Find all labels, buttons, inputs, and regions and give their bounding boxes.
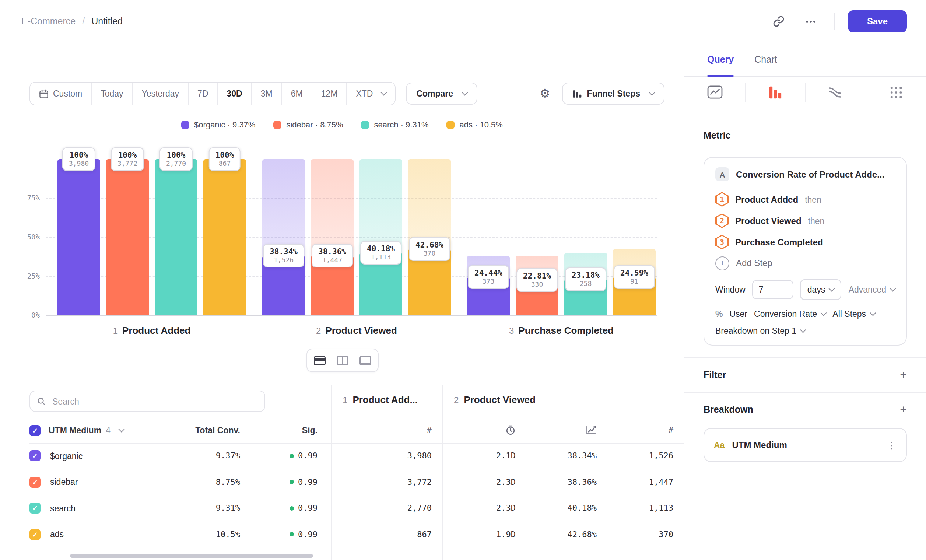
horizontal-scrollbar[interactable] <box>70 554 313 558</box>
measure-scope-dropdown[interactable]: All Steps <box>832 309 875 318</box>
y-axis-tick: 75% <box>0 194 40 202</box>
filter-heading: Filter <box>704 370 726 380</box>
step-number-badge: 2 <box>715 213 729 228</box>
save-button[interactable]: Save <box>848 10 907 32</box>
date-range-xtd[interactable]: XTD <box>346 83 395 104</box>
step1-count: 867 <box>331 530 432 539</box>
row-checkbox[interactable]: ✓ <box>29 451 41 462</box>
date-range-custom[interactable]: Custom <box>30 83 91 104</box>
metrics-grid-tab[interactable] <box>865 77 926 107</box>
table-row-sidebar[interactable]: ✓sidebar8.75%0.993,7722.3D38.36%1,447 <box>29 469 673 495</box>
step-connector: then <box>808 216 825 225</box>
legend-label: ads · 10.5% <box>460 120 503 129</box>
step-event-name[interactable]: Product Viewed <box>735 215 802 226</box>
step1-count: 2,770 <box>331 504 432 513</box>
gridline <box>46 315 657 316</box>
add-breakdown-button[interactable]: + <box>900 404 907 416</box>
date-range-yesterday[interactable]: Yesterday <box>132 83 188 104</box>
report-canvas: CustomTodayYesterday7D30D3M6M12MXTD Comp… <box>0 44 684 560</box>
date-range-7d[interactable]: 7D <box>188 83 217 104</box>
add-step-button[interactable]: + Add Step <box>715 253 895 273</box>
breakdown-section: Breakdown + <box>704 393 907 427</box>
breakdown-item-utm-medium[interactable]: AaUTM Medium⋮ <box>704 428 907 462</box>
table-row-ads[interactable]: ✓ads10.5%0.998671.9D42.68%370 <box>29 521 673 548</box>
layout-split-vertical-icon[interactable] <box>332 351 353 370</box>
legend-item-search[interactable]: search · 9.31% <box>361 120 429 129</box>
table-body: ✓$organic9.37%0.993,9802.1D38.34%1,526✓s… <box>29 443 673 548</box>
layout-bottom-panel-icon[interactable] <box>355 351 376 370</box>
step-event-name[interactable]: Product Added <box>735 194 798 204</box>
date-range-30d[interactable]: 30D <box>217 83 251 104</box>
step2-pct: 38.36% <box>516 477 597 487</box>
table-row-search[interactable]: ✓search9.31%0.992,7702.3D40.18%1,113 <box>29 495 673 521</box>
legend-item-ads[interactable]: ads · 10.5% <box>446 120 503 129</box>
breadcrumb-report-name[interactable]: Untitled <box>91 16 123 27</box>
breadcrumb-project[interactable]: E-Commerce <box>21 16 76 27</box>
add-filter-button[interactable]: + <box>900 369 907 381</box>
table-step1-header: 1Product Add... <box>343 394 418 405</box>
total-conv-header[interactable]: Total Conv. <box>159 426 240 435</box>
table-row-organic[interactable]: ✓$organic9.37%0.993,9802.1D38.34%1,526 <box>29 443 673 469</box>
row-checkbox[interactable]: ✓ <box>29 503 41 514</box>
metric-step-3[interactable]: 3Purchase Completed <box>715 232 895 253</box>
step-connector: then <box>805 195 822 204</box>
funnel-chart-tab[interactable] <box>745 77 805 107</box>
tab-query[interactable]: Query <box>707 44 734 76</box>
sig-header[interactable]: Sig. <box>240 426 318 435</box>
measure-metric-dropdown[interactable]: Conversion Rate <box>754 309 826 318</box>
share-link-icon[interactable] <box>769 12 788 31</box>
date-range-12m[interactable]: 12M <box>312 83 346 104</box>
chart-type-button[interactable]: Funnel Steps <box>562 83 664 104</box>
window-value-input[interactable] <box>752 280 793 299</box>
table-step2-header: 2Product Viewed <box>454 394 536 405</box>
metric-step-1[interactable]: 1Product Addedthen <box>715 189 895 210</box>
metric-title[interactable]: Conversion Rate of Product Adde... <box>736 169 884 179</box>
search-icon <box>37 397 46 406</box>
step2-pct: 38.34% <box>516 451 597 461</box>
breakdown-column-header[interactable]: UTM Medium <box>48 426 101 435</box>
metric-step-2[interactable]: 2Product Viewedthen <box>715 210 895 232</box>
settings-gear-icon[interactable]: ⚙ <box>540 88 550 100</box>
layout-split-horizontal-icon[interactable] <box>309 351 330 370</box>
legend-item-sidebar[interactable]: sidebar · 8.75% <box>273 120 343 129</box>
item-menu-icon[interactable]: ⋮ <box>887 439 897 451</box>
row-checkbox[interactable]: ✓ <box>29 477 41 488</box>
sig-value: 0.99 <box>240 451 318 461</box>
row-checkbox[interactable]: ✓ <box>29 529 41 540</box>
search-input[interactable] <box>51 396 258 406</box>
advanced-dropdown[interactable]: Advanced <box>849 285 895 294</box>
measure-unit-dropdown[interactable]: User <box>729 309 747 318</box>
flows-chart-tab[interactable] <box>805 77 865 107</box>
line-chart-icon <box>707 85 722 99</box>
panel-tabs: Query Chart <box>684 44 926 77</box>
row-label: search <box>48 504 159 513</box>
conversion-graph-icon[interactable] <box>516 425 597 436</box>
more-options-icon[interactable] <box>802 12 821 31</box>
date-range-6m[interactable]: 6M <box>281 83 312 104</box>
legend-item-organic[interactable]: $organic · 9.37% <box>181 120 255 129</box>
date-range-today[interactable]: Today <box>91 83 132 104</box>
row-label: ads <box>48 530 159 539</box>
bar-value-label: 100%867 <box>209 147 241 171</box>
compare-button[interactable]: Compare <box>406 83 477 104</box>
avg-time-metric-icon[interactable] <box>442 425 516 436</box>
window-unit-select[interactable]: days <box>800 279 842 300</box>
row-label: $organic <box>48 452 159 460</box>
funnel-bar-ads-step1[interactable] <box>203 159 246 315</box>
count-metric-icon[interactable]: # <box>427 425 432 436</box>
legend-swatch <box>446 121 454 129</box>
chevron-down-icon[interactable] <box>118 426 124 433</box>
funnel-step-label-1: 1Product Added <box>57 325 246 336</box>
select-all-checkbox[interactable]: ✓ <box>29 425 41 436</box>
insights-chart-tab[interactable] <box>684 77 745 107</box>
step-event-name[interactable]: Purchase Completed <box>735 237 823 247</box>
sig-dot <box>289 454 294 458</box>
date-range-3m[interactable]: 3M <box>251 83 281 104</box>
funnel-bar-sidebar-step1[interactable] <box>106 159 149 315</box>
breakdown-on-step-dropdown[interactable]: Breakdown on Step 1 <box>715 327 895 335</box>
count-metric-icon[interactable]: # <box>668 425 673 436</box>
funnel-bar-search-step1[interactable] <box>155 159 197 315</box>
funnel-bar-organic-step1[interactable] <box>57 159 100 315</box>
total-conv-value: 9.31% <box>159 504 240 513</box>
tab-chart[interactable]: Chart <box>754 44 777 76</box>
